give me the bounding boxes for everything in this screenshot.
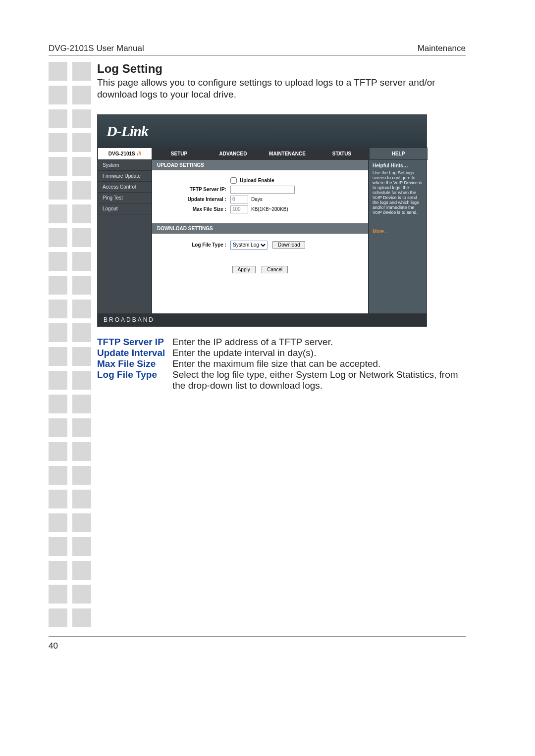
tab-setup[interactable]: SETUP: [152, 148, 206, 160]
upload-settings-header: UPLOAD SETTINGS: [152, 160, 368, 170]
nav-system[interactable]: System: [98, 160, 152, 171]
router-banner: D-Link: [98, 115, 427, 148]
tab-row: DVG-2101S /// SETUP ADVANCED MAINTENANCE…: [98, 148, 427, 160]
tftp-ip-input[interactable]: [230, 186, 295, 194]
left-decor-squares: [49, 62, 93, 632]
upload-enable-checkbox[interactable]: [230, 177, 237, 184]
model-label: DVG-2101S ///: [98, 148, 152, 160]
help-title: Helpful Hints…: [373, 163, 423, 168]
tab-status[interactable]: STATUS: [315, 148, 369, 160]
router-footer: BROADBAND: [98, 313, 427, 326]
section-intro: This page allows you to configure settin…: [97, 77, 466, 101]
desc-logtype: Select the log file type, either System …: [172, 369, 466, 391]
section-title: Log Setting: [97, 62, 466, 76]
desc-tftp: Enter the IP address of a TFTP server.: [172, 337, 466, 348]
model-text: DVG-2101S: [108, 151, 135, 156]
log-file-type-label: Log File Type :: [156, 242, 230, 248]
term-tftp: TFTP Server IP: [97, 337, 172, 348]
term-logtype: Log File Type: [97, 369, 172, 391]
download-settings-header: DOWNLOAD SETTINGS: [152, 223, 368, 234]
desc-maxsize: Enter the maximum file size that can be …: [172, 358, 466, 369]
upload-enable-label: Upload Enable: [240, 178, 274, 183]
update-interval-input[interactable]: [230, 196, 248, 203]
field-descriptions: TFTP Server IP Enter the IP address of a…: [97, 337, 466, 391]
max-file-size-units: KB(1KB~200KB): [251, 206, 288, 212]
tftp-ip-label: TFTP Server IP:: [156, 187, 230, 192]
max-file-size-label: Max File Size :: [156, 206, 230, 212]
footer-rule: [49, 636, 466, 637]
update-interval-units: Days: [251, 197, 263, 202]
cancel-button[interactable]: Cancel: [262, 266, 288, 273]
model-flag-icon: ///: [137, 151, 141, 156]
nav-access[interactable]: Access Control: [98, 182, 152, 193]
nav-ping[interactable]: Ping Test: [98, 193, 152, 203]
router-ui: D-Link DVG-2101S /// SETUP ADVANCED MAIN…: [97, 114, 427, 327]
max-file-size-input[interactable]: [230, 205, 248, 213]
tab-maintenance[interactable]: MAINTENANCE: [260, 148, 315, 160]
manual-title: DVG-2101S User Manual: [49, 44, 144, 53]
nav-firmware[interactable]: Firmware Update: [98, 171, 152, 182]
page-header: DVG-2101S User Manual Maintenance: [49, 44, 466, 56]
help-panel: Helpful Hints… Use the Log Settings scre…: [368, 160, 427, 313]
help-body: Use the Log Settings screen to configure…: [373, 170, 423, 215]
log-file-type-select[interactable]: System Log: [230, 241, 268, 250]
nav-logout[interactable]: Logout: [98, 203, 152, 214]
page-number: 40: [49, 641, 58, 651]
left-nav: System Firmware Update Access Control Pi…: [98, 160, 152, 313]
term-interval: Update Interval: [97, 348, 172, 358]
manual-section: Maintenance: [418, 44, 466, 53]
desc-interval: Enter the update interval in day(s).: [172, 348, 466, 358]
center-panel: UPLOAD SETTINGS Upload Enable TFTP Serve…: [152, 160, 368, 313]
download-button[interactable]: Download: [272, 241, 305, 249]
tab-advanced[interactable]: ADVANCED: [206, 148, 260, 160]
tab-help[interactable]: HELP: [369, 148, 428, 160]
term-maxsize: Max File Size: [97, 358, 172, 369]
update-interval-label: Update Interval :: [156, 197, 230, 202]
dlink-logo: D-Link: [107, 123, 148, 140]
help-more-link[interactable]: More…: [373, 229, 423, 234]
apply-button[interactable]: Apply: [232, 266, 256, 273]
